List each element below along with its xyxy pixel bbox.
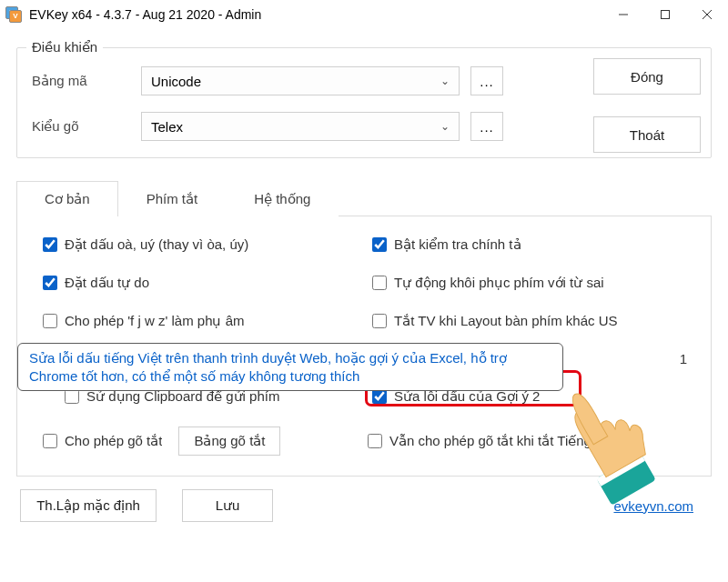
tab-strip: Cơ bản Phím tắt Hệ thống <box>16 180 712 216</box>
option-dat-dau-oa[interactable]: Đặt dấu oà, uý (thay vì òa, úy) <box>43 236 363 253</box>
encoding-more-button[interactable]: ... <box>470 66 503 95</box>
maximize-button[interactable] <box>644 0 686 29</box>
website-link[interactable]: evkeyvn.com <box>613 498 693 514</box>
chevron-down-icon: ⌄ <box>440 120 450 133</box>
app-icon: EV <box>5 6 22 23</box>
encoding-label: Bảng mã <box>32 73 141 89</box>
maximize-icon <box>661 10 670 19</box>
option-tat-tv-layout[interactable]: Tắt TV khi Layout bàn phím khác US <box>372 313 693 329</box>
footer: Th.Lập mặc định Lưu evkeyvn.com <box>16 489 712 522</box>
control-group: Điều khiển Bảng mã Unicode ⌄ ... Kiểu gõ… <box>16 47 712 158</box>
control-group-title: Điều khiển <box>26 39 103 55</box>
tab-system[interactable]: Hệ thống <box>226 181 339 216</box>
chevron-down-icon: ⌄ <box>440 75 450 87</box>
option-cho-phep-fjwz[interactable]: Cho phép 'f j w z' làm phụ âm <box>43 313 363 329</box>
window-title: EVKey x64 - 4.3.7 - Aug 21 2020 - Admin <box>29 7 602 22</box>
close-icon <box>703 10 712 19</box>
save-button[interactable]: Lưu <box>182 489 273 522</box>
title-bar: EV EVKey x64 - 4.3.7 - Aug 21 2020 - Adm… <box>0 0 728 29</box>
defaults-button[interactable]: Th.Lập mặc định <box>20 489 157 522</box>
tab-hotkeys[interactable]: Phím tắt <box>118 181 227 216</box>
input-method-more-button[interactable]: ... <box>470 112 503 141</box>
tab-body-basic: Đặt dấu oà, uý (thay vì òa, úy) Bật kiểm… <box>16 216 712 477</box>
window-close-button[interactable] <box>686 0 728 29</box>
minimize-button[interactable] <box>602 0 644 29</box>
option-bat-kiem-tra[interactable]: Bật kiểm tra chính tả <box>372 236 693 253</box>
tooltip: Sửa lỗi dấu tiếng Việt trên thanh trình … <box>17 343 563 391</box>
option-van-cho-phep[interactable]: Vẫn cho phép gõ tắt khi tắt Tiếng Việt <box>368 433 693 449</box>
encoding-combo[interactable]: Unicode ⌄ <box>141 66 460 95</box>
input-method-combo[interactable]: Telex ⌄ <box>141 112 460 141</box>
svg-rect-1 <box>662 10 670 18</box>
option-cho-phep-go-tat[interactable]: Cho phép gõ tắt Bảng gõ tắt <box>43 426 368 456</box>
input-method-label: Kiểu gõ <box>32 118 141 135</box>
option-tu-dong-khoi-phuc[interactable]: Tự động khôi phục phím với từ sai <box>372 275 693 291</box>
minimize-icon <box>619 10 628 19</box>
option-dat-dau-tu-do[interactable]: Đặt dấu tự do <box>43 275 363 291</box>
tab-basic[interactable]: Cơ bản <box>16 181 118 216</box>
abbrev-table-button[interactable]: Bảng gõ tắt <box>178 426 280 456</box>
